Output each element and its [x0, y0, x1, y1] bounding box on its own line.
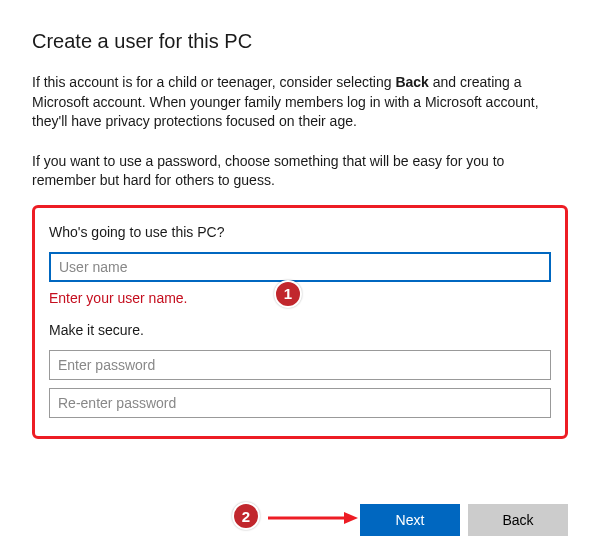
button-row: Next Back	[360, 504, 568, 536]
intro-text: If this account is for a child or teenag…	[32, 73, 568, 132]
intro-back-bold: Back	[395, 74, 428, 90]
annotation-badge-1: 1	[274, 280, 302, 308]
page-title: Create a user for this PC	[32, 30, 568, 53]
who-label: Who's going to use this PC?	[49, 224, 551, 240]
annotation-badge-2: 2	[232, 502, 260, 530]
password-hint-text: If you want to use a password, choose so…	[32, 152, 568, 191]
password-input[interactable]	[49, 350, 551, 380]
confirm-password-input[interactable]	[49, 388, 551, 418]
username-error: Enter your user name.	[49, 290, 188, 306]
username-input[interactable]	[49, 252, 551, 282]
back-button[interactable]: Back	[468, 504, 568, 536]
secure-label: Make it secure.	[49, 322, 551, 338]
next-button[interactable]: Next	[360, 504, 460, 536]
svg-marker-1	[344, 512, 358, 524]
form-callout-box: Who's going to use this PC? Enter your u…	[32, 205, 568, 439]
arrow-icon	[268, 512, 358, 524]
intro-prefix: If this account is for a child or teenag…	[32, 74, 395, 90]
